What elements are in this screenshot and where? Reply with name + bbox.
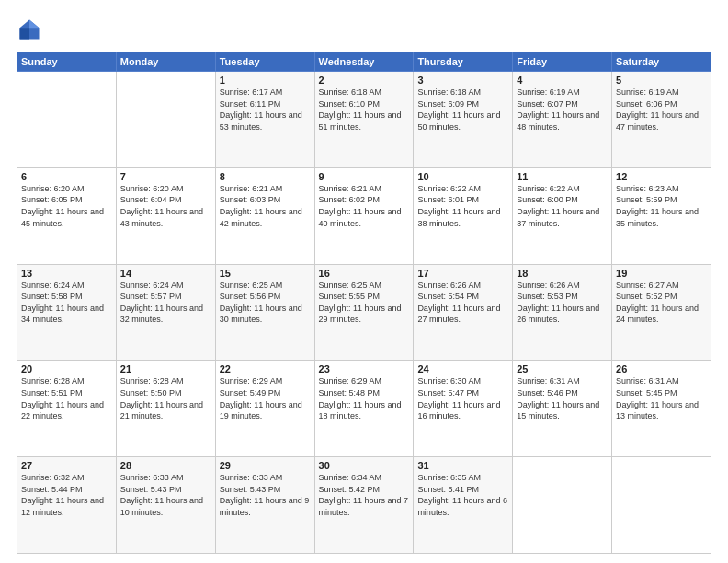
day-number: 8: [220, 171, 311, 182]
calendar: SundayMondayTuesdayWednesdayThursdayFrid…: [17, 52, 711, 554]
calendar-header-row: SundayMondayTuesdayWednesdayThursdayFrid…: [17, 52, 711, 72]
day-number: 25: [517, 363, 608, 374]
calendar-cell: 6Sunrise: 6:20 AMSunset: 6:05 PMDaylight…: [17, 167, 117, 264]
day-number: 16: [319, 268, 410, 279]
day-info: Sunrise: 6:25 AMSunset: 5:56 PMDaylight:…: [220, 280, 311, 326]
day-number: 22: [220, 363, 311, 374]
calendar-cell: [116, 72, 215, 168]
day-info: Sunrise: 6:26 AMSunset: 5:53 PMDaylight:…: [517, 280, 608, 326]
day-header-monday: Monday: [116, 52, 215, 72]
calendar-cell: 5Sunrise: 6:19 AMSunset: 6:06 PMDaylight…: [612, 72, 711, 168]
day-info: Sunrise: 6:24 AMSunset: 5:57 PMDaylight:…: [120, 280, 211, 326]
calendar-cell: 25Sunrise: 6:31 AMSunset: 5:46 PMDayligh…: [513, 361, 612, 457]
day-info: Sunrise: 6:33 AMSunset: 5:43 PMDaylight:…: [120, 472, 211, 518]
calendar-cell: 14Sunrise: 6:24 AMSunset: 5:57 PMDayligh…: [116, 264, 215, 361]
day-number: 12: [616, 171, 707, 182]
day-info: Sunrise: 6:21 AMSunset: 6:03 PMDaylight:…: [220, 183, 311, 229]
day-number: 28: [120, 460, 211, 471]
day-info: Sunrise: 6:32 AMSunset: 5:44 PMDaylight:…: [21, 472, 112, 518]
calendar-week-row: 6Sunrise: 6:20 AMSunset: 6:05 PMDaylight…: [17, 167, 711, 264]
day-number: 13: [21, 268, 112, 279]
day-info: Sunrise: 6:25 AMSunset: 5:55 PMDaylight:…: [319, 280, 410, 326]
calendar-cell: [17, 72, 117, 168]
day-info: Sunrise: 6:19 AMSunset: 6:06 PMDaylight:…: [616, 86, 707, 132]
day-info: Sunrise: 6:20 AMSunset: 6:05 PMDaylight:…: [21, 183, 112, 229]
day-info: Sunrise: 6:18 AMSunset: 6:10 PMDaylight:…: [319, 86, 410, 132]
day-number: 29: [220, 460, 311, 471]
calendar-week-row: 27Sunrise: 6:32 AMSunset: 5:44 PMDayligh…: [17, 457, 711, 554]
day-info: Sunrise: 6:27 AMSunset: 5:52 PMDaylight:…: [616, 280, 707, 326]
calendar-week-row: 20Sunrise: 6:28 AMSunset: 5:51 PMDayligh…: [17, 361, 711, 457]
day-number: 1: [220, 75, 311, 86]
header: [17, 17, 711, 42]
calendar-week-row: 1Sunrise: 6:17 AMSunset: 6:11 PMDaylight…: [17, 72, 711, 168]
day-info: Sunrise: 6:24 AMSunset: 5:58 PMDaylight:…: [21, 280, 112, 326]
day-info: Sunrise: 6:31 AMSunset: 5:46 PMDaylight:…: [517, 375, 608, 421]
day-info: Sunrise: 6:33 AMSunset: 5:43 PMDaylight:…: [220, 472, 311, 518]
day-number: 4: [517, 75, 608, 86]
calendar-cell: 2Sunrise: 6:18 AMSunset: 6:10 PMDaylight…: [314, 72, 414, 168]
calendar-cell: 15Sunrise: 6:25 AMSunset: 5:56 PMDayligh…: [215, 264, 314, 361]
day-number: 5: [616, 75, 707, 86]
calendar-cell: 11Sunrise: 6:22 AMSunset: 6:00 PMDayligh…: [513, 167, 612, 264]
calendar-cell: 7Sunrise: 6:20 AMSunset: 6:04 PMDaylight…: [116, 167, 215, 264]
calendar-cell: 18Sunrise: 6:26 AMSunset: 5:53 PMDayligh…: [513, 264, 612, 361]
day-header-friday: Friday: [513, 52, 612, 72]
calendar-cell: 29Sunrise: 6:33 AMSunset: 5:43 PMDayligh…: [215, 457, 314, 554]
day-number: 6: [21, 171, 112, 182]
calendar-cell: 12Sunrise: 6:23 AMSunset: 5:59 PMDayligh…: [612, 167, 711, 264]
day-number: 10: [417, 171, 508, 182]
day-number: 27: [21, 460, 112, 471]
logo-icon: [17, 17, 42, 42]
day-number: 3: [417, 75, 508, 86]
day-header-thursday: Thursday: [414, 52, 513, 72]
day-info: Sunrise: 6:34 AMSunset: 5:42 PMDaylight:…: [319, 472, 410, 518]
calendar-cell: 10Sunrise: 6:22 AMSunset: 6:01 PMDayligh…: [414, 167, 513, 264]
day-number: 9: [319, 171, 410, 182]
calendar-cell: 20Sunrise: 6:28 AMSunset: 5:51 PMDayligh…: [17, 361, 117, 457]
day-info: Sunrise: 6:31 AMSunset: 5:45 PMDaylight:…: [616, 375, 707, 421]
day-number: 31: [417, 460, 508, 471]
day-number: 24: [417, 363, 508, 374]
day-number: 18: [517, 268, 608, 279]
day-header-sunday: Sunday: [17, 52, 117, 72]
day-info: Sunrise: 6:19 AMSunset: 6:07 PMDaylight:…: [517, 86, 608, 132]
calendar-cell: 23Sunrise: 6:29 AMSunset: 5:48 PMDayligh…: [314, 361, 414, 457]
calendar-cell: 27Sunrise: 6:32 AMSunset: 5:44 PMDayligh…: [17, 457, 117, 554]
calendar-cell: 17Sunrise: 6:26 AMSunset: 5:54 PMDayligh…: [414, 264, 513, 361]
day-number: 26: [616, 363, 707, 374]
svg-marker-2: [20, 28, 30, 39]
day-number: 21: [120, 363, 211, 374]
calendar-cell: 21Sunrise: 6:28 AMSunset: 5:50 PMDayligh…: [116, 361, 215, 457]
logo: [17, 17, 46, 42]
day-info: Sunrise: 6:35 AMSunset: 5:41 PMDaylight:…: [417, 472, 508, 518]
day-info: Sunrise: 6:28 AMSunset: 5:50 PMDaylight:…: [120, 375, 211, 421]
day-number: 11: [517, 171, 608, 182]
day-number: 15: [220, 268, 311, 279]
day-header-saturday: Saturday: [612, 52, 711, 72]
day-info: Sunrise: 6:22 AMSunset: 6:01 PMDaylight:…: [417, 183, 508, 229]
day-number: 30: [319, 460, 410, 471]
day-number: 23: [319, 363, 410, 374]
day-info: Sunrise: 6:20 AMSunset: 6:04 PMDaylight:…: [120, 183, 211, 229]
day-number: 7: [120, 171, 211, 182]
day-info: Sunrise: 6:22 AMSunset: 6:00 PMDaylight:…: [517, 183, 608, 229]
day-header-wednesday: Wednesday: [314, 52, 414, 72]
day-info: Sunrise: 6:21 AMSunset: 6:02 PMDaylight:…: [319, 183, 410, 229]
day-info: Sunrise: 6:29 AMSunset: 5:48 PMDaylight:…: [319, 375, 410, 421]
day-info: Sunrise: 6:30 AMSunset: 5:47 PMDaylight:…: [417, 375, 508, 421]
page: SundayMondayTuesdayWednesdayThursdayFrid…: [0, 0, 728, 563]
day-number: 20: [21, 363, 112, 374]
calendar-cell: 16Sunrise: 6:25 AMSunset: 5:55 PMDayligh…: [314, 264, 414, 361]
calendar-cell: 4Sunrise: 6:19 AMSunset: 6:07 PMDaylight…: [513, 72, 612, 168]
calendar-cell: [513, 457, 612, 554]
day-info: Sunrise: 6:18 AMSunset: 6:09 PMDaylight:…: [417, 86, 508, 132]
calendar-cell: 22Sunrise: 6:29 AMSunset: 5:49 PMDayligh…: [215, 361, 314, 457]
calendar-cell: 24Sunrise: 6:30 AMSunset: 5:47 PMDayligh…: [414, 361, 513, 457]
calendar-cell: 9Sunrise: 6:21 AMSunset: 6:02 PMDaylight…: [314, 167, 414, 264]
svg-marker-1: [29, 20, 40, 29]
day-header-tuesday: Tuesday: [215, 52, 314, 72]
calendar-cell: 1Sunrise: 6:17 AMSunset: 6:11 PMDaylight…: [215, 72, 314, 168]
calendar-cell: 26Sunrise: 6:31 AMSunset: 5:45 PMDayligh…: [612, 361, 711, 457]
day-number: 2: [319, 75, 410, 86]
